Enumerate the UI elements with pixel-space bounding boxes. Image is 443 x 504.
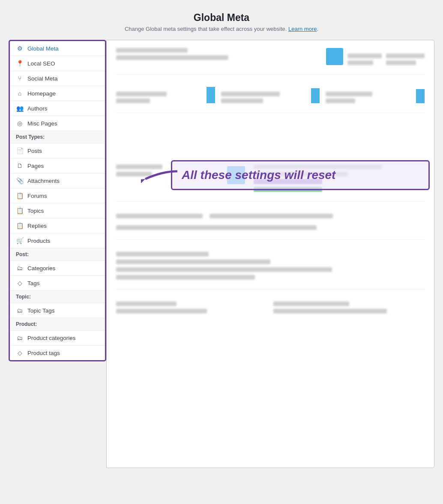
attachment-icon: 📎 [16,177,24,184]
blur-line [116,301,177,306]
share-icon: ⑂ [16,75,24,82]
sidebar-item-topics[interactable]: 📋 Topics [10,203,105,218]
blur-line [210,214,333,218]
arrow-svg [141,167,180,191]
body-layout: ⚙ Global Meta 📍 Local SEO ⑂ Social Meta … [9,40,434,468]
document-icon: 📄 [16,147,24,154]
sidebar-item-forums[interactable]: 📋 Forums [10,188,105,203]
blur-line [347,54,382,58]
reset-annotation-box: All these settings will reset [171,160,430,190]
annotation-text: All these settings will reset [182,168,419,182]
blur-line [386,54,425,58]
tag-icon: ◇ [16,280,24,286]
section-label-post: Post: [10,248,105,261]
blur-line [116,275,255,280]
sidebar-item-pages[interactable]: 🗋 Pages [10,158,105,173]
learn-more-link[interactable]: Learn more [288,26,317,32]
page-subtitle: Change Global meta settings that take ef… [9,26,434,32]
blue-square [326,48,343,65]
blur-line [326,98,355,103]
blur-line [273,309,387,313]
forum-icon: 📋 [16,192,24,199]
sidebar-item-social-meta[interactable]: ⑂ Social Meta [10,71,105,86]
section-label-topic: Topic: [10,291,105,303]
sidebar: ⚙ Global Meta 📍 Local SEO ⑂ Social Meta … [9,40,106,361]
sidebar-item-categories[interactable]: 🗂 Categories [10,261,105,276]
content-row-1 [116,48,425,75]
pin-icon: 📍 [16,60,24,67]
blue-bar-sm2 [311,88,320,103]
content-row-5 [116,252,425,289]
sidebar-item-tags[interactable]: ◇ Tags [10,276,105,291]
sidebar-item-product-categories[interactable]: 🗂 Product categories [10,331,105,346]
sidebar-item-replies[interactable]: 📋 Replies [10,218,105,233]
content-row-4 [116,214,425,240]
sidebar-item-local-seo[interactable]: 📍 Local SEO [10,56,105,71]
home-icon: ⌂ [16,90,24,97]
blur-line [221,98,263,103]
blur-line [386,60,416,65]
blur-line [116,98,150,103]
blur-line [221,92,280,96]
content-row-6 [116,301,425,323]
blur-line [116,55,228,60]
sidebar-item-attachments[interactable]: 📎 Attachments [10,173,105,188]
content-area: All these settings will reset [106,40,434,468]
blur-line [116,48,188,53]
sidebar-item-posts[interactable]: 📄 Posts [10,143,105,158]
blur-line [116,309,207,313]
blur-line [273,301,349,306]
topics-icon: 📋 [16,207,24,214]
blur-line [116,214,203,218]
content-col-left [116,48,320,60]
product-folder-icon: 🗂 [16,334,24,341]
people-icon: 👥 [16,105,24,112]
blue-bar-sm3 [416,89,425,103]
cart-icon: 🛒 [16,237,24,244]
product-tag-icon: ◇ [16,349,24,356]
page-header: Global Meta Change Global meta settings … [0,0,443,40]
replies-icon: 📋 [16,222,24,229]
page-icon: 🗋 [16,162,24,169]
blur-line [116,225,317,230]
section-label-post-types: Post Types: [10,131,105,143]
page-outer: Global Meta Change Global meta settings … [0,0,443,504]
blur-line [116,267,332,272]
blur-line [116,252,209,256]
sidebar-item-products[interactable]: 🛒 Products [10,233,105,248]
blur-line [116,92,167,96]
sidebar-item-authors[interactable]: 👥 Authors [10,101,105,116]
folder-icon: 🗂 [16,265,24,271]
blur-line [326,92,372,96]
blur-line [347,60,373,65]
circle-dash-icon: ◎ [16,120,24,127]
section-label-product: Product: [10,318,105,331]
sidebar-item-homepage[interactable]: ⌂ Homepage [10,86,105,101]
content-col-right [326,48,425,65]
sidebar-item-topic-tags[interactable]: 🗂 Topic Tags [10,303,105,318]
blur-line [116,259,270,264]
topic-folder-icon: 🗂 [16,307,24,314]
gear-icon: ⚙ [16,45,24,52]
page-title: Global Meta [9,12,434,24]
blue-bar-sm [207,87,215,103]
sidebar-item-product-tags[interactable]: ◇ Product tags [10,346,105,360]
sidebar-item-misc-pages[interactable]: ◎ Misc Pages [10,116,105,131]
arrow-indicator [141,167,180,192]
sidebar-item-global-meta[interactable]: ⚙ Global Meta [10,41,105,56]
content-row-2 [116,87,425,113]
